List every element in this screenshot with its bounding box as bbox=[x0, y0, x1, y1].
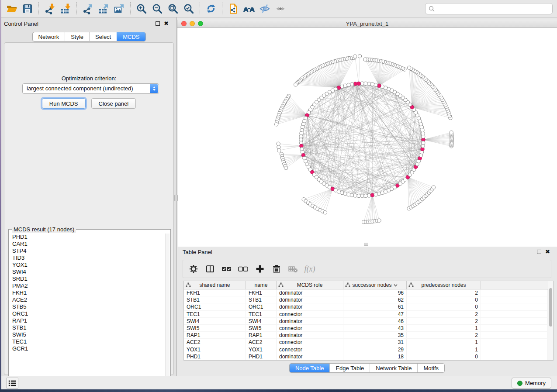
show-columns-button[interactable] bbox=[203, 262, 217, 276]
close-panel-icon[interactable]: ✖ bbox=[545, 250, 550, 254]
cell-predecessor_nodes[interactable]: 1 bbox=[407, 325, 481, 331]
network-canvas[interactable] bbox=[177, 28, 557, 247]
mcds-result-item[interactable]: SRD1 bbox=[10, 275, 165, 282]
network-node[interactable] bbox=[370, 83, 374, 86]
network-node[interactable] bbox=[357, 194, 360, 197]
create-column-button[interactable] bbox=[253, 262, 267, 276]
cell-predecessor_nodes[interactable]: 2 bbox=[407, 332, 481, 338]
table-row[interactable]: RAP1RAP1dominator352 bbox=[184, 332, 548, 339]
cell-shared_name[interactable]: ACE2 bbox=[184, 339, 246, 345]
table-scrollbar-thumb[interactable] bbox=[549, 288, 552, 327]
function-builder-button[interactable]: f(x) bbox=[303, 262, 317, 276]
import-table-button[interactable] bbox=[58, 1, 73, 16]
network-node[interactable] bbox=[367, 194, 371, 197]
unselect-all-columns-button[interactable] bbox=[236, 262, 250, 276]
column-header-name[interactable]: name bbox=[246, 281, 277, 289]
cell-successor_nodes[interactable]: 31 bbox=[343, 339, 407, 345]
export-image-button[interactable] bbox=[111, 1, 127, 16]
mcds-result-item[interactable]: YOX1 bbox=[10, 261, 165, 268]
tab-network-table[interactable]: Network Table bbox=[370, 364, 417, 372]
table-row[interactable]: YOX1YOX1connector291 bbox=[184, 346, 548, 353]
cell-shared_name[interactable]: RAP1 bbox=[184, 332, 246, 338]
tab-style[interactable]: Style bbox=[65, 32, 89, 41]
cell-name[interactable]: FKH1 bbox=[246, 289, 277, 296]
network-node[interactable] bbox=[277, 148, 281, 152]
mcds-result-item[interactable]: PMA2 bbox=[10, 282, 165, 289]
export-table-button[interactable] bbox=[96, 1, 111, 16]
cell-successor_nodes[interactable]: 35 bbox=[343, 332, 407, 338]
cell-successor_nodes[interactable]: 62 bbox=[343, 296, 407, 303]
horizontal-splitter-handle[interactable] bbox=[364, 243, 368, 246]
cell-predecessor_nodes[interactable]: 0 bbox=[407, 303, 481, 310]
zoom-in-button[interactable] bbox=[134, 1, 149, 16]
network-node[interactable] bbox=[353, 55, 357, 58]
cell-shared_name[interactable]: SWI4 bbox=[184, 318, 246, 324]
network-node[interactable] bbox=[374, 83, 377, 86]
network-node[interactable] bbox=[363, 58, 367, 61]
mcds-result-list[interactable]: PHD1CAR1STP4TID3YOX1SWI4SRD1PMA2FKH1ACE2… bbox=[10, 234, 165, 390]
network-window-titlebar[interactable]: YPA_prune.txt_1 bbox=[177, 20, 557, 28]
mcds-result-item[interactable]: SWI4 bbox=[10, 268, 165, 275]
network-node[interactable] bbox=[294, 83, 298, 86]
cell-mcds_role[interactable]: dominator bbox=[277, 303, 343, 310]
table-row[interactable]: ACE2ACE2connector311 bbox=[184, 339, 548, 346]
open-file-button[interactable] bbox=[4, 1, 20, 16]
network-node[interactable] bbox=[350, 193, 353, 197]
tab-edge-table[interactable]: Edge Table bbox=[329, 364, 370, 372]
network-node[interactable] bbox=[360, 82, 364, 85]
binoculars-search-button[interactable] bbox=[241, 1, 257, 16]
cell-shared_name[interactable]: STB1 bbox=[184, 296, 246, 303]
cell-successor_nodes[interactable]: 18 bbox=[343, 353, 407, 360]
cell-name[interactable]: TEC1 bbox=[246, 311, 277, 317]
export-network-button[interactable] bbox=[80, 1, 96, 16]
delete-table-button[interactable] bbox=[286, 262, 300, 276]
table-row[interactable]: ORC1ORC1dominator610 bbox=[184, 303, 548, 310]
mcds-result-item[interactable]: TEC1 bbox=[10, 338, 165, 345]
mcds-result-item[interactable]: STB1 bbox=[10, 324, 165, 331]
cell-name[interactable]: SWI5 bbox=[246, 325, 277, 331]
mcds-list-scrollbar[interactable] bbox=[165, 234, 170, 390]
network-node[interactable] bbox=[432, 186, 435, 189]
cell-mcds_role[interactable]: dominator bbox=[277, 289, 343, 296]
cell-successor_nodes[interactable]: 61 bbox=[343, 303, 407, 310]
column-header-successor-nodes[interactable]: successor nodes bbox=[343, 281, 407, 289]
cell-name[interactable]: ORC1 bbox=[246, 303, 277, 310]
cell-mcds_role[interactable]: connector bbox=[277, 339, 343, 345]
cell-predecessor_nodes[interactable]: 1 bbox=[407, 339, 481, 345]
run-mcds-button[interactable]: Run MCDS bbox=[42, 98, 86, 109]
cell-shared_name[interactable]: ORC1 bbox=[184, 303, 246, 310]
float-panel-icon[interactable] bbox=[156, 21, 160, 26]
show-log-button[interactable] bbox=[6, 378, 18, 389]
cell-successor_nodes[interactable]: 43 bbox=[343, 325, 407, 331]
mcds-result-item[interactable]: STP4 bbox=[10, 248, 165, 254]
cell-name[interactable]: ACE2 bbox=[246, 339, 277, 345]
network-node[interactable] bbox=[277, 142, 280, 145]
save-session-button[interactable] bbox=[20, 1, 35, 16]
import-network-button[interactable] bbox=[42, 1, 58, 16]
cell-shared_name[interactable]: TEC1 bbox=[184, 311, 246, 317]
refresh-view-button[interactable] bbox=[203, 1, 219, 16]
network-node[interactable] bbox=[360, 194, 364, 198]
cell-mcds_role[interactable]: dominator bbox=[277, 353, 343, 360]
delete-columns-button[interactable] bbox=[270, 262, 284, 276]
cell-successor_nodes[interactable]: 47 bbox=[343, 311, 407, 317]
table-row[interactable]: STB1STB1dominator620 bbox=[184, 296, 548, 303]
network-node[interactable] bbox=[340, 191, 344, 194]
close-panel-icon[interactable]: ✖ bbox=[164, 21, 169, 26]
dominator-node[interactable] bbox=[377, 84, 381, 87]
cell-predecessor_nodes[interactable]: 2 bbox=[407, 289, 481, 296]
network-node[interactable] bbox=[367, 82, 371, 86]
network-node[interactable] bbox=[358, 55, 361, 58]
cell-mcds_role[interactable]: dominator bbox=[277, 332, 343, 338]
cell-successor_nodes[interactable]: 46 bbox=[343, 318, 407, 324]
cell-shared_name[interactable]: FKH1 bbox=[184, 289, 246, 296]
mcds-result-item[interactable]: TID3 bbox=[10, 254, 165, 261]
network-node[interactable] bbox=[364, 194, 367, 197]
cell-predecessor_nodes[interactable]: 0 bbox=[407, 353, 481, 360]
mcds-result-item[interactable]: GCR1 bbox=[10, 345, 165, 352]
network-node[interactable] bbox=[408, 66, 411, 69]
cell-mcds_role[interactable]: connector bbox=[277, 311, 343, 317]
search-input[interactable] bbox=[435, 4, 552, 13]
cell-mcds_role[interactable]: dominator bbox=[277, 296, 343, 303]
mcds-result-item[interactable]: RAP1 bbox=[10, 317, 165, 324]
